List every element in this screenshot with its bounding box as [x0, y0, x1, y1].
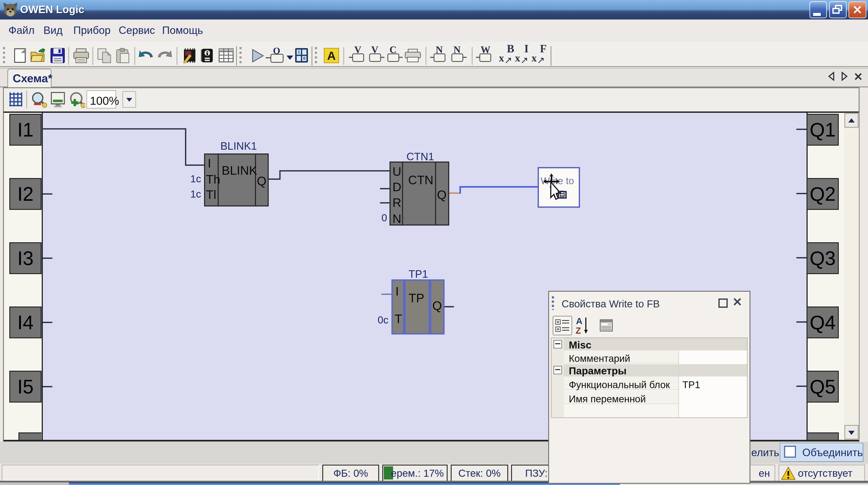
svg-text:0: 0: [303, 56, 305, 61]
svg-text:1: 1: [298, 50, 300, 54]
